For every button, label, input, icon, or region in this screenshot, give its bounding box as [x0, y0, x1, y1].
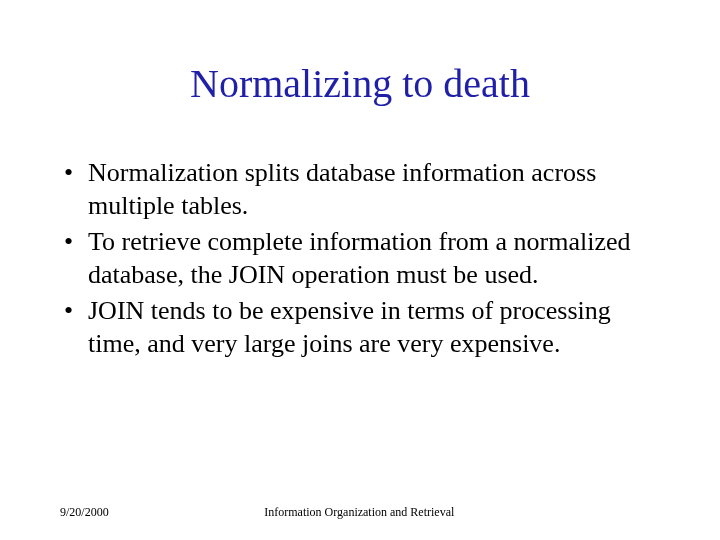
- footer-date: 9/20/2000: [60, 505, 109, 520]
- bullet-list: Normalization splits database informatio…: [60, 157, 660, 364]
- footer-course: Information Organization and Retrieval: [109, 505, 610, 520]
- footer: 9/20/2000 Information Organization and R…: [60, 505, 660, 520]
- bullet-item: To retrieve complete information from a …: [60, 226, 660, 291]
- bullet-item: Normalization splits database informatio…: [60, 157, 660, 222]
- slide: Normalizing to death Normalization split…: [0, 0, 720, 540]
- slide-title: Normalizing to death: [60, 60, 660, 107]
- bullet-item: JOIN tends to be expensive in terms of p…: [60, 295, 660, 360]
